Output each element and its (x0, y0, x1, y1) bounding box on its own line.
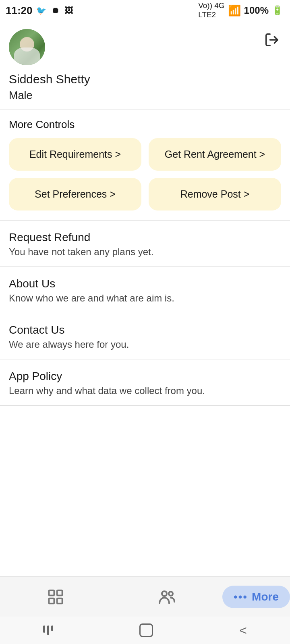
tab-grid[interactable] (0, 588, 111, 606)
tab-more[interactable]: ••• More (222, 586, 290, 608)
app-policy-section[interactable]: App Policy Learn why and what data we co… (0, 359, 290, 405)
battery-icon: 🔋 (272, 5, 283, 16)
get-rent-agreement-button[interactable]: Get Rent Agreement > (149, 138, 281, 171)
battery-label: 100% (244, 5, 269, 16)
avatar (9, 29, 45, 65)
tab-people[interactable] (111, 587, 222, 607)
remove-post-button[interactable]: Remove Post > (149, 178, 281, 211)
nav-back-button[interactable]: < (239, 623, 247, 638)
logout-button[interactable] (263, 31, 281, 52)
about-us-subtitle: Know who we are and what are aim is. (9, 293, 281, 304)
status-bar: 11:20 🐦 ⏺ 🖼 Vo)) 4GLTE2 📶 100% 🔋 (0, 0, 290, 21)
app-policy-title: App Policy (9, 370, 281, 383)
bottom-tab-bar: ••• More (0, 576, 290, 617)
edit-requirements-button[interactable]: Edit Requirements > (9, 138, 141, 171)
more-dots-icon: ••• (234, 590, 248, 603)
twitter-icon: 🐦 (36, 5, 47, 16)
gallery-icon: 🖼 (63, 5, 75, 16)
svg-rect-1 (49, 590, 54, 595)
status-time: 11:20 (6, 4, 33, 17)
more-label: More (252, 590, 279, 603)
request-refund-subtitle: You have not taken any plans yet. (9, 246, 281, 258)
svg-rect-2 (57, 590, 62, 595)
svg-point-5 (162, 591, 167, 596)
nav-recents-button[interactable] (43, 625, 53, 635)
back-chevron-icon: < (239, 623, 247, 638)
controls-grid: Edit Requirements > Get Rent Agreement >… (9, 138, 281, 211)
app-policy-subtitle: Learn why and what data we collect from … (9, 385, 281, 396)
svg-point-6 (169, 592, 173, 596)
network-label: Vo)) 4GLTE2 (198, 1, 224, 20)
home-square-icon (139, 623, 153, 637)
contact-us-title: Contact Us (9, 324, 281, 336)
contact-us-section[interactable]: Contact Us We are always here for you. (0, 313, 290, 359)
svg-rect-4 (57, 598, 62, 603)
profile-gender: Male (9, 89, 90, 102)
contact-us-subtitle: We are always here for you. (9, 339, 281, 350)
profile-section: Siddesh Shetty Male (0, 21, 290, 109)
system-nav-bar: < (0, 617, 290, 644)
avatar-image (9, 29, 45, 65)
request-refund-section[interactable]: Request Refund You have not taken any pl… (0, 221, 290, 266)
more-controls-title: More Controls (9, 118, 281, 131)
record-icon: ⏺ (50, 5, 61, 16)
about-us-section[interactable]: About Us Know who we are and what are ai… (0, 267, 290, 313)
about-us-title: About Us (9, 277, 281, 290)
request-refund-title: Request Refund (9, 231, 281, 244)
signal-icon: 📶 (228, 4, 241, 17)
svg-rect-3 (49, 598, 54, 603)
set-preferences-button[interactable]: Set Preferences > (9, 178, 141, 211)
more-controls-section: More Controls Edit Requirements > Get Re… (0, 109, 290, 215)
nav-home-button[interactable] (139, 623, 153, 637)
profile-name: Siddesh Shetty (9, 72, 90, 86)
